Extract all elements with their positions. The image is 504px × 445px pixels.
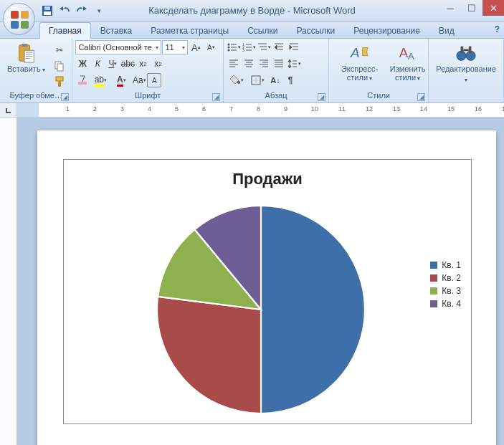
svg-rect-26: [463, 49, 469, 51]
show-marks-button[interactable]: ¶: [283, 73, 298, 87]
tab-view[interactable]: Вид: [429, 22, 464, 39]
align-left-button[interactable]: [227, 57, 241, 71]
paste-button[interactable]: Вставить ▾: [3, 40, 49, 76]
tab-insert[interactable]: Вставка: [91, 22, 142, 39]
legend-item: Кв. 1: [430, 260, 461, 270]
font-size-combo[interactable]: 11▾: [162, 40, 188, 54]
change-case-button[interactable]: Aa▾: [132, 73, 146, 87]
tab-home[interactable]: Главная: [39, 22, 91, 39]
clipboard-dialog-launcher[interactable]: ◢: [61, 93, 69, 101]
office-button[interactable]: [3, 3, 35, 35]
paste-icon: [14, 42, 37, 64]
svg-point-17: [237, 81, 240, 84]
shading-button[interactable]: ▾: [227, 73, 247, 87]
paragraph-dialog-launcher[interactable]: ◢: [318, 93, 325, 101]
font-group-label: Шрифт: [135, 91, 161, 100]
align-right-button[interactable]: [257, 57, 271, 71]
borders-button[interactable]: ▾: [247, 73, 267, 87]
subscript-button[interactable]: x2: [135, 57, 150, 71]
tab-page-layout[interactable]: Разметка страницы: [141, 22, 238, 39]
minimize-button[interactable]: ─: [439, 0, 461, 16]
chart-object[interactable]: Продажи Кв. 1Кв. 2Кв. 3Кв. 4: [63, 159, 472, 424]
change-styles-button[interactable]: AA Изменить стили ▾: [390, 40, 425, 85]
group-font: Calibri (Основной те▾ 11▾ A▴ A▾ Ж К Ч▾ a…: [72, 39, 224, 102]
pie-chart: [157, 206, 365, 413]
save-button[interactable]: [39, 3, 55, 19]
styles-dialog-launcher[interactable]: ◢: [417, 93, 425, 101]
styles-group-label: Стили: [367, 91, 390, 100]
character-border-button[interactable]: A: [147, 73, 161, 87]
svg-rect-8: [56, 77, 63, 81]
svg-rect-24: [461, 47, 464, 53]
legend-label: Кв. 4: [442, 299, 461, 309]
grow-font-button[interactable]: A▴: [189, 40, 203, 54]
decrease-indent-button[interactable]: [272, 40, 286, 54]
highlight-color-button[interactable]: ab▾: [90, 73, 110, 87]
paste-label: Вставить: [7, 64, 41, 73]
svg-point-11: [228, 44, 230, 46]
svg-rect-7: [57, 64, 63, 71]
tab-selector[interactable]: [0, 103, 17, 117]
horizontal-ruler[interactable]: 1234567891011121314151617: [17, 103, 504, 117]
svg-text:3: 3: [242, 48, 244, 52]
svg-text:A: A: [399, 45, 408, 60]
align-center-button[interactable]: [242, 57, 256, 71]
pie-slice: [157, 297, 261, 413]
svg-rect-1: [44, 11, 51, 15]
group-styles: A Экспресс-стили ▾ AA Изменить стили ▾ С…: [329, 39, 429, 102]
qat-customize-button[interactable]: ▾: [91, 3, 107, 19]
find-button[interactable]: Редактирование ▾: [432, 40, 500, 86]
svg-rect-10: [78, 82, 87, 85]
vertical-ruler[interactable]: [0, 118, 17, 445]
font-name-combo[interactable]: Calibri (Основной те▾: [75, 40, 161, 54]
multilevel-list-button[interactable]: ▾: [257, 40, 271, 54]
chart-title: Продажи: [64, 170, 471, 188]
numbering-button[interactable]: 123▾: [242, 40, 256, 54]
legend-swatch: [430, 300, 437, 307]
clipboard-label: Буфер обме…: [9, 91, 62, 100]
legend-swatch: [430, 274, 437, 282]
legend-swatch: [430, 287, 437, 295]
close-button[interactable]: ✕: [482, 0, 504, 16]
document-page[interactable]: Продажи Кв. 1Кв. 2Кв. 3Кв. 4: [37, 130, 496, 445]
chart-legend: Кв. 1Кв. 2Кв. 3Кв. 4: [430, 257, 461, 312]
svg-text:A: A: [408, 51, 414, 62]
legend-swatch: [430, 262, 437, 269]
clear-formatting-button[interactable]: [75, 73, 90, 87]
line-spacing-button[interactable]: ▾: [287, 57, 301, 71]
format-painter-button[interactable]: [52, 75, 67, 89]
copy-button[interactable]: [52, 59, 67, 73]
document-area: Продажи Кв. 1Кв. 2Кв. 3Кв. 4: [0, 118, 504, 445]
font-color-button[interactable]: A▾: [111, 73, 131, 87]
quick-access-toolbar: ▾: [39, 3, 107, 19]
bold-button[interactable]: Ж: [75, 57, 90, 71]
font-dialog-launcher[interactable]: ◢: [212, 93, 220, 101]
increase-indent-button[interactable]: [287, 40, 301, 54]
svg-point-13: [228, 49, 230, 52]
tab-mailings[interactable]: Рассылки: [287, 22, 344, 39]
svg-text:A: A: [349, 45, 359, 60]
underline-button[interactable]: Ч▾: [105, 57, 120, 71]
legend-item: Кв. 4: [430, 299, 461, 309]
ribbon: Вставить ▾ ✂ Буфер обме…◢ Calibri (Основ…: [0, 39, 504, 103]
superscript-button[interactable]: x2: [151, 57, 165, 71]
tab-references[interactable]: Ссылки: [238, 22, 287, 39]
shrink-font-button[interactable]: A▾: [204, 40, 218, 54]
strikethrough-button[interactable]: abc: [120, 57, 135, 71]
paragraph-group-label: Абзац: [265, 91, 287, 100]
redo-button[interactable]: [74, 3, 90, 19]
sort-button[interactable]: А↓: [268, 73, 282, 87]
italic-button[interactable]: К: [90, 57, 105, 71]
legend-label: Кв. 2: [442, 273, 461, 283]
undo-button[interactable]: [57, 3, 72, 19]
justify-button[interactable]: [272, 57, 286, 71]
maximize-button[interactable]: ☐: [461, 0, 482, 16]
quick-styles-button[interactable]: A Экспресс-стили ▾: [332, 40, 387, 85]
tab-review[interactable]: Рецензирование: [344, 22, 429, 39]
bullets-button[interactable]: ▾: [227, 40, 241, 54]
svg-rect-2: [44, 6, 50, 10]
legend-label: Кв. 1: [442, 260, 461, 270]
help-icon[interactable]: ?: [495, 24, 500, 34]
cut-button[interactable]: ✂: [52, 43, 67, 57]
titlebar: ▾ Каксделать диаграмму в Ворде - Microso…: [0, 0, 504, 21]
